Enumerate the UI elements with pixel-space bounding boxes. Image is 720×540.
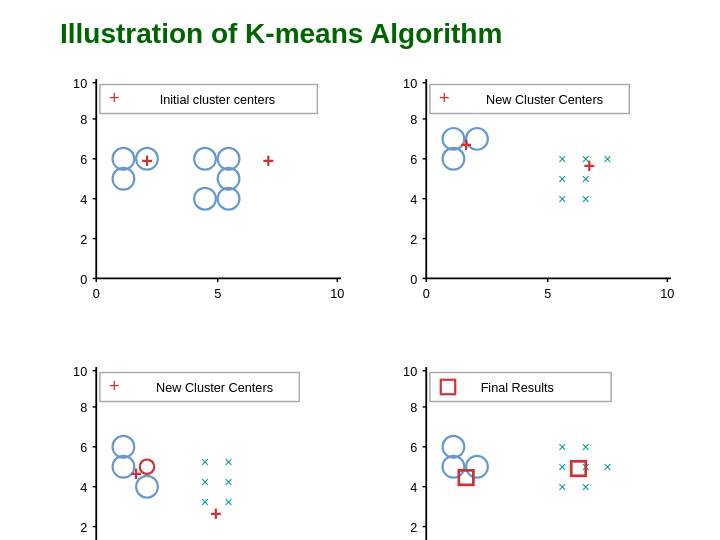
chart-top-right: 0 2 4 6 8 10 0 5 10 + New Cluster Center…: [360, 58, 690, 346]
svg-text:Final Results: Final Results: [481, 381, 554, 395]
svg-text:×: ×: [558, 171, 566, 187]
svg-text:×: ×: [582, 479, 590, 495]
svg-text:2: 2: [410, 233, 417, 247]
svg-text:+: +: [584, 155, 596, 177]
svg-text:4: 4: [80, 481, 87, 495]
svg-text:2: 2: [80, 233, 87, 247]
svg-text:New Cluster Centers: New Cluster Centers: [156, 381, 273, 395]
svg-text:8: 8: [410, 113, 417, 127]
svg-point-126: [443, 436, 465, 458]
svg-text:+: +: [130, 463, 142, 485]
chart-bottom-right: 0 2 4 6 8 10 0 5 10 Final Results: [360, 346, 690, 540]
svg-text:×: ×: [558, 459, 566, 475]
svg-text:New Cluster Centers: New Cluster Centers: [486, 93, 603, 107]
svg-point-127: [443, 456, 465, 478]
svg-point-91: [113, 436, 135, 458]
svg-text:6: 6: [410, 441, 417, 455]
page-title: Illustration of K-means Algorithm: [0, 0, 720, 58]
svg-point-128: [466, 456, 488, 478]
svg-text:10: 10: [330, 287, 344, 301]
svg-text:8: 8: [410, 401, 417, 415]
svg-text:4: 4: [410, 481, 417, 495]
svg-text:6: 6: [410, 153, 417, 167]
charts-grid: 0 2 4 6 8 10 0 5 10 + Initial clus: [0, 58, 720, 518]
svg-text:4: 4: [410, 193, 417, 207]
svg-text:×: ×: [582, 191, 590, 207]
svg-text:0: 0: [93, 287, 100, 301]
svg-text:×: ×: [582, 439, 590, 455]
chart-bottom-left: 0 2 4 6 8 10 0 5 10 + New Cluster Center…: [30, 346, 360, 540]
svg-text:10: 10: [403, 365, 417, 379]
svg-text:×: ×: [224, 473, 232, 489]
svg-text:10: 10: [73, 365, 87, 379]
svg-text:2: 2: [80, 521, 87, 535]
svg-text:×: ×: [201, 493, 209, 509]
svg-text:8: 8: [80, 113, 87, 127]
svg-text:+: +: [263, 150, 275, 172]
svg-text:×: ×: [558, 191, 566, 207]
svg-text:2: 2: [410, 521, 417, 535]
svg-point-26: [194, 148, 216, 170]
svg-text:×: ×: [558, 151, 566, 167]
svg-text:×: ×: [201, 473, 209, 489]
svg-text:0: 0: [410, 273, 417, 287]
svg-text:×: ×: [224, 493, 232, 509]
svg-text:+: +: [210, 503, 222, 525]
svg-text:×: ×: [224, 454, 232, 470]
svg-rect-136: [459, 470, 474, 485]
svg-point-30: [218, 188, 240, 210]
svg-text:+: +: [141, 150, 153, 172]
svg-text:+: +: [460, 134, 472, 156]
svg-text:×: ×: [558, 479, 566, 495]
svg-text:5: 5: [214, 287, 221, 301]
svg-text:+: +: [439, 88, 450, 108]
svg-point-23: [113, 148, 135, 170]
svg-text:0: 0: [80, 273, 87, 287]
svg-point-25: [113, 168, 135, 190]
svg-text:Initial cluster centers: Initial cluster centers: [160, 93, 276, 107]
svg-text:5: 5: [544, 287, 551, 301]
svg-text:10: 10: [403, 77, 417, 91]
svg-text:6: 6: [80, 441, 87, 455]
svg-point-27: [218, 148, 240, 170]
chart4-svg: 0 2 4 6 8 10 0 5 10 Final Results: [390, 356, 680, 540]
svg-text:10: 10: [73, 77, 87, 91]
svg-text:×: ×: [558, 439, 566, 455]
svg-point-29: [194, 188, 216, 210]
svg-text:8: 8: [80, 401, 87, 415]
svg-text:0: 0: [423, 287, 430, 301]
chart2-svg: 0 2 4 6 8 10 0 5 10 + New Cluster Center…: [390, 68, 680, 326]
svg-text:×: ×: [603, 459, 611, 475]
svg-text:4: 4: [80, 193, 87, 207]
svg-text:+: +: [109, 88, 120, 108]
chart1-svg: 0 2 4 6 8 10 0 5 10 + Initial clus: [60, 68, 350, 326]
chart-top-left: 0 2 4 6 8 10 0 5 10 + Initial clus: [30, 58, 360, 346]
svg-point-28: [218, 168, 240, 190]
svg-text:×: ×: [201, 454, 209, 470]
svg-text:6: 6: [80, 153, 87, 167]
svg-text:10: 10: [660, 287, 674, 301]
chart3-svg: 0 2 4 6 8 10 0 5 10 + New Cluster Center…: [60, 356, 350, 540]
svg-text:×: ×: [603, 151, 611, 167]
svg-text:+: +: [109, 376, 120, 396]
